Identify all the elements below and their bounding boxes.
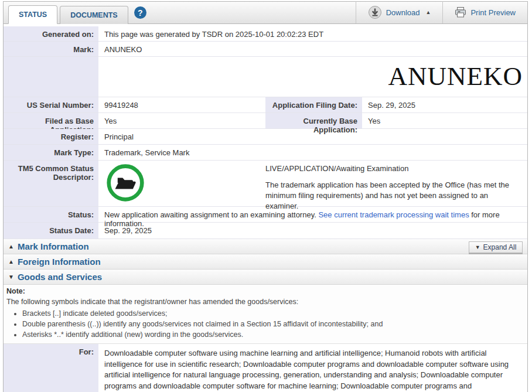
expand-all-label: Expand All [483, 243, 517, 251]
mark-value: ANUNEKO [98, 42, 527, 56]
row-tm5-status: TM5 Common Status Descriptor: LIVE/APPLI… [4, 161, 527, 207]
row-status-date: Status Date: Sep. 29, 2025 [4, 223, 527, 239]
section-foreign-information-label: Foreign Information [18, 257, 101, 267]
tab-status[interactable]: STATUS [8, 5, 57, 24]
us-serial-value: 99419248 [98, 97, 265, 113]
section-mark-information[interactable]: ▲ Mark Information ▼ Expand All [4, 239, 527, 254]
note-bullet: Asterisks *..* identify additional (new)… [22, 329, 523, 340]
mark-image-label-spacer [4, 57, 98, 97]
us-serial-label: US Serial Number: [4, 97, 98, 113]
row-base-application: Filed as Base Application: Yes Currently… [4, 113, 527, 129]
tm5-status-value: LIVE/APPLICATION/Awaiting Examination [265, 164, 521, 173]
generated-on-label: Generated on: [4, 26, 98, 41]
expand-all-button[interactable]: ▼ Expand All [469, 241, 523, 253]
tab-documents[interactable]: DOCUMENTS [60, 6, 128, 24]
status-date-label: Status Date: [4, 223, 98, 238]
mark-image: ANUNEKO [98, 57, 527, 97]
status-value: New application awaiting assignment to a… [98, 207, 527, 222]
section-goods-and-services[interactable]: ▼ Goods and Services [4, 270, 527, 285]
printer-icon [455, 6, 466, 18]
toolbar: STATUS DOCUMENTS ? Download ▲ [4, 2, 527, 24]
tm5-text-zone: LIVE/APPLICATION/Awaiting Examination Th… [265, 161, 527, 206]
tsdr-window: STATUS DOCUMENTS ? Download ▲ [3, 1, 528, 392]
section-goods-and-services-label: Goods and Services [18, 272, 102, 282]
processing-wait-times-link[interactable]: See current trademark processing wait ti… [318, 210, 469, 219]
collapsed-triangle-icon: ▲ [8, 243, 14, 250]
toolbar-right: Download ▲ Print Preview [356, 1, 527, 23]
status-text-pre: New application awaiting assignment to a… [104, 210, 318, 219]
collapsed-triangle-icon: ▲ [8, 258, 14, 265]
note-bullet: Double parenthesis ((..)) identify any g… [22, 319, 523, 329]
for-value: Downloadable computer software using mac… [98, 344, 527, 392]
row-mark-type: Mark Type: Trademark, Service Mark [4, 145, 527, 161]
section-mark-information-label: Mark Information [18, 241, 89, 251]
download-caret-icon: ▲ [426, 9, 431, 15]
filing-date-value: Sep. 29, 2025 [362, 97, 527, 113]
status-content: Generated on: This page was generated by… [4, 24, 527, 392]
currently-base-value: Yes [362, 113, 527, 128]
note-bullet-list: Brackets [..] indicate deleted goods/ser… [22, 308, 523, 340]
goods-services-note: Note: The following symbols indicate tha… [4, 285, 527, 344]
row-register: Register: Principal [4, 129, 527, 145]
download-icon [368, 5, 382, 19]
print-preview-label: Print Preview [470, 8, 516, 17]
filed-base-value: Yes [98, 113, 265, 128]
note-bullet: Brackets [..] indicate deleted goods/ser… [22, 308, 523, 319]
row-mark-image: ANUNEKO [4, 57, 527, 97]
note-intro: The following symbols indicate that the … [6, 297, 523, 307]
for-label: For: [4, 344, 98, 392]
register-value: Principal [98, 129, 527, 144]
expand-all-triangle-icon: ▼ [475, 244, 480, 250]
generated-on-value: This page was generated by TSDR on 2025-… [98, 26, 527, 41]
mark-type-label: Mark Type: [4, 145, 98, 160]
note-title: Note: [6, 287, 523, 295]
row-status: Status: New application awaiting assignm… [4, 207, 527, 223]
status-date-value: Sep. 29, 2025 [98, 223, 527, 238]
tm5-live-application-icon [105, 163, 145, 203]
expanded-triangle-icon: ▼ [8, 274, 14, 280]
help-icon[interactable]: ? [134, 6, 146, 19]
download-label: Download [386, 8, 420, 17]
row-mark: Mark: ANUNEKO [4, 42, 527, 57]
print-preview-button[interactable]: Print Preview [442, 1, 527, 23]
tab-documents-label: DOCUMENTS [70, 11, 118, 19]
mark-label: Mark: [4, 42, 98, 56]
tab-status-label: STATUS [19, 11, 47, 19]
section-foreign-information[interactable]: ▲ Foreign Information [4, 254, 527, 270]
tm5-icon-zone [98, 161, 265, 206]
download-button[interactable]: Download ▲ [356, 1, 443, 23]
status-label: Status: [4, 207, 98, 222]
register-label: Register: [4, 129, 98, 144]
filed-base-label: Filed as Base Application: [4, 113, 98, 128]
tm5-label: TM5 Common Status Descriptor: [4, 161, 98, 206]
row-goods-for: For: Downloadable computer software usin… [4, 344, 527, 392]
mark-type-value: Trademark, Service Mark [98, 145, 527, 160]
row-serial-filing: US Serial Number: 99419248 Application F… [4, 97, 527, 113]
currently-base-label: Currently Base Application: [265, 113, 362, 128]
filing-date-label: Application Filing Date: [265, 97, 362, 113]
row-generated-on: Generated on: This page was generated by… [4, 26, 527, 42]
